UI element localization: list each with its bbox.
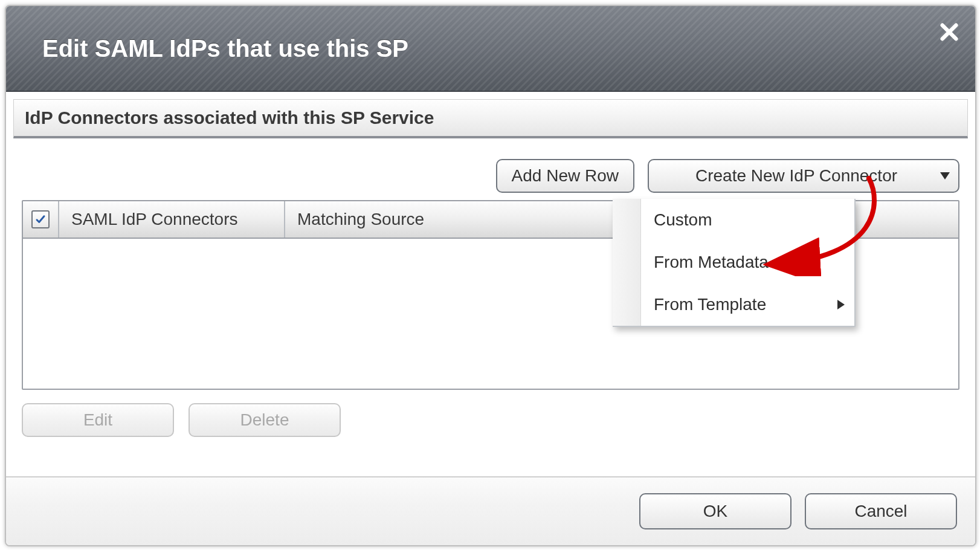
row-actions: Edit Delete (22, 403, 959, 437)
table-header-select-all[interactable] (23, 201, 59, 238)
menu-item-from-metadata[interactable]: From Metadata (613, 241, 854, 283)
table-header-connectors-label: SAML IdP Connectors (71, 210, 237, 229)
section-title: IdP Connectors associated with this SP S… (25, 108, 434, 128)
svg-marker-0 (940, 172, 950, 180)
section-header: IdP Connectors associated with this SP S… (13, 99, 968, 138)
ok-button[interactable]: OK (639, 493, 791, 529)
table-header-connectors[interactable]: SAML IdP Connectors (59, 201, 285, 238)
menu-item-label: From Template (654, 295, 766, 314)
delete-button-label: Delete (240, 410, 289, 430)
menu-item-label: From Metadata (654, 253, 769, 272)
table-toolbar: Add New Row Create New IdP Connector (22, 159, 959, 193)
chevron-right-icon (837, 300, 845, 309)
table-header-matching-label: Matching Source (297, 210, 424, 229)
dialog-edit-saml-idps: Edit SAML IdPs that use this SP IdP Conn… (5, 5, 976, 546)
chevron-down-icon (940, 172, 950, 180)
delete-button[interactable]: Delete (189, 403, 341, 437)
menu-item-from-template[interactable]: From Template (613, 283, 854, 326)
menu-item-label: Custom (654, 210, 712, 230)
cancel-button-label: Cancel (854, 502, 907, 521)
dialog-title-bar: Edit SAML IdPs that use this SP (6, 6, 975, 92)
cancel-button[interactable]: Cancel (805, 493, 957, 529)
create-new-idp-connector-button[interactable]: Create New IdP Connector (648, 159, 959, 193)
checkbox-icon[interactable] (31, 210, 50, 228)
dialog-footer: OK Cancel (6, 476, 975, 545)
ok-button-label: OK (703, 502, 727, 521)
add-new-row-label: Add New Row (512, 166, 619, 186)
dialog-title: Edit SAML IdPs that use this SP (42, 35, 408, 62)
add-new-row-button[interactable]: Add New Row (496, 159, 634, 193)
edit-button-label: Edit (83, 410, 112, 430)
create-new-idp-connector-label: Create New IdP Connector (695, 166, 897, 186)
dialog-content: Add New Row Create New IdP Connector SAM… (6, 138, 975, 437)
menu-item-custom[interactable]: Custom (613, 199, 854, 241)
create-connector-menu: Custom From Metadata From Template (613, 199, 856, 327)
edit-button[interactable]: Edit (22, 403, 174, 437)
svg-marker-1 (837, 300, 845, 309)
close-icon[interactable] (939, 22, 959, 42)
